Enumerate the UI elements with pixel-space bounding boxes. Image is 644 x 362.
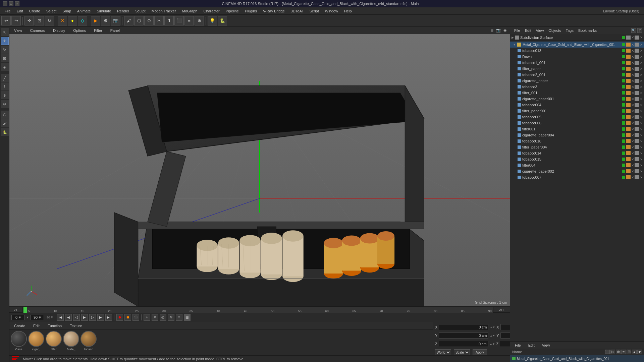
attr-view-tab[interactable]: View — [539, 343, 553, 348]
menu-plugins[interactable]: Plugins — [242, 8, 260, 14]
obj-edit-tab[interactable]: Edit — [523, 28, 533, 33]
menu-snap[interactable]: Snap — [60, 8, 74, 14]
key-add-button[interactable]: + — [144, 314, 150, 321]
scale-tool-button[interactable]: ⊡ — [35, 16, 44, 25]
attr-edit-tab[interactable]: Edit — [526, 343, 537, 348]
rotate-tool-button[interactable]: ↻ — [45, 16, 54, 25]
sidebar-mesh-tool[interactable]: ⬡ — [1, 111, 9, 119]
menu-simulate[interactable]: Simulate — [94, 8, 114, 14]
render-button[interactable]: ▶ — [91, 16, 100, 25]
obj-objects-tab[interactable]: Objects — [546, 28, 563, 33]
obj-down[interactable]: Down ✕ ✕ — [510, 54, 644, 60]
play-button[interactable]: ▶ — [81, 314, 88, 321]
menu-edit[interactable]: Edit — [14, 8, 26, 14]
obj-filter001[interactable]: filter001 ✕ ✕ — [510, 126, 644, 132]
vis[interactable] — [622, 97, 625, 101]
obj-main-vis-dot[interactable] — [622, 43, 625, 46]
name-icon-5[interactable]: ⊞ — [627, 350, 631, 354]
paint-tool[interactable]: 🖌 — [124, 16, 133, 25]
vis[interactable] — [622, 152, 625, 155]
vis[interactable] — [622, 158, 625, 161]
menu-sculpt[interactable]: Sculpt — [132, 8, 148, 14]
menu-select[interactable]: Select — [44, 8, 59, 14]
vis[interactable] — [622, 164, 625, 167]
material-item-case[interactable]: Case — [11, 331, 27, 351]
sidebar-bezier-tool[interactable]: ⌇ — [1, 82, 9, 90]
sidebar-move-tool[interactable]: ✛ — [1, 37, 9, 45]
vis[interactable] — [622, 115, 625, 119]
material-item-filter[interactable]: filter — [46, 331, 62, 351]
sidebar-python-tool[interactable]: 🐍 — [1, 128, 9, 136]
obj-tobacco014[interactable]: tobacco014 ✕ ✕ — [510, 150, 644, 156]
maximize-button[interactable]: □ — [9, 1, 13, 6]
key-select-button[interactable]: ◎ — [160, 314, 166, 321]
go-end-button[interactable]: ▶| — [105, 314, 112, 321]
sidebar-rotate-tool[interactable]: ↻ — [1, 46, 9, 54]
obj-search-icon[interactable]: 🔍 — [631, 28, 636, 33]
obj-cigarette-paper[interactable]: cigarette_paper ✕ ✕ — [510, 78, 644, 84]
extrude-tool[interactable]: ⬆ — [164, 16, 174, 25]
obj-main-x1[interactable]: ✕ — [631, 43, 634, 47]
obj-filter-001[interactable]: filter_001 ✕ ✕ — [510, 90, 644, 96]
menu-window[interactable]: Window — [322, 8, 341, 14]
obj-tobacco004[interactable]: tobacco004 ✕ ✕ — [510, 102, 644, 108]
obj-cigarette-paper004[interactable]: cigarette_paper004 ✕ ✕ — [510, 132, 644, 138]
viewport-canvas[interactable]: Perspective — [9, 34, 510, 306]
menu-3dtoall[interactable]: 3DToAll — [288, 8, 306, 14]
knife-tool[interactable]: ✂ — [154, 16, 164, 25]
vis[interactable] — [622, 176, 625, 179]
obj-view-tab[interactable]: View — [534, 28, 546, 33]
points-mode-button[interactable]: ● — [68, 16, 77, 25]
auto-key-button[interactable]: ⚫ — [132, 314, 139, 321]
vis[interactable] — [622, 139, 625, 143]
obj-filter-paper001[interactable]: filter_paper001 ✕ ✕ — [510, 108, 644, 114]
obj-cigarette-paper002[interactable]: cigarette_paper002 ✕ ✕ — [510, 168, 644, 174]
obj-tobacco3[interactable]: tobacco3 ✕ ✕ — [510, 84, 644, 90]
close-button[interactable]: × — [15, 1, 19, 6]
key-del-button[interactable]: × — [152, 314, 158, 321]
vis[interactable] — [622, 79, 625, 82]
obj-filter-paper[interactable]: filter_paper ✕ ✕ — [510, 66, 644, 72]
material-item-cigar[interactable]: cigar_ — [28, 331, 44, 351]
name-icon-4[interactable]: ≡ — [621, 350, 626, 354]
obj-tobacco2-001[interactable]: tobacco2_001 ✕ ✕ — [510, 72, 644, 78]
vis[interactable] — [622, 91, 625, 95]
vis-dot-2[interactable] — [622, 61, 625, 64]
sidebar-paint-tool[interactable]: 🖌 — [1, 119, 9, 127]
render-region-button[interactable]: 📷 — [111, 16, 120, 25]
subdivision-row[interactable]: ▶ Subdivision Surface ✕ ✕ — [510, 34, 644, 41]
vp-tab-display[interactable]: Display — [50, 28, 68, 33]
light-tool[interactable]: 💡 — [208, 16, 217, 25]
obj-tags-tab[interactable]: Tags — [564, 28, 576, 33]
mat-texture-button[interactable]: Texture — [67, 323, 85, 328]
record-button[interactable]: ⏺ — [116, 314, 123, 321]
stop-button[interactable]: ⏹ — [124, 314, 131, 321]
sidebar-spline-tool[interactable]: $ — [1, 91, 9, 99]
sidebar-pointer-tool[interactable]: ↖ — [1, 28, 9, 36]
name-icon-6[interactable]: ▲ — [632, 350, 637, 354]
move-tool-button[interactable]: ✛ — [24, 16, 34, 25]
material-item-mate[interactable]: Mate_ — [63, 331, 79, 351]
next-frame-button[interactable]: ▷ — [89, 314, 96, 321]
vp-tab-view[interactable]: View — [11, 28, 25, 33]
menu-script[interactable]: Script — [307, 8, 322, 14]
bridge-tool[interactable]: ≡ — [184, 16, 194, 25]
python-tool[interactable]: 🐍 — [218, 16, 227, 25]
obj-cigarette-paper001[interactable]: cigarette_paper001 ✕ ✕ — [510, 96, 644, 102]
viewport-maximize-icon[interactable]: ⊞ — [489, 28, 494, 33]
sidebar-scale-tool[interactable]: ⊡ — [1, 54, 9, 62]
material-item-tobacco[interactable]: tobacc — [80, 331, 97, 351]
down-vis[interactable] — [622, 55, 625, 58]
obj-main-group[interactable]: ▼ Metal_Cigarette_Case_Gold_and_Black_wi… — [510, 42, 644, 48]
menu-character[interactable]: Character — [201, 8, 222, 14]
object-mode-button[interactable]: ✕ — [58, 16, 67, 25]
vp-tab-cameras[interactable]: Cameras — [28, 28, 48, 33]
obj-filter004[interactable]: filter004 ✕ ✕ — [510, 162, 644, 168]
attr-file-tab[interactable]: File — [512, 343, 524, 348]
name-icon-1[interactable]: ⬛ — [605, 350, 610, 354]
obj-tobacco006[interactable]: tobacco006 ✕ ✕ — [510, 120, 644, 126]
obj-tobacco013[interactable]: tobacco013 ✕ ✕ — [510, 48, 644, 54]
mat-edit-button[interactable]: Edit — [31, 323, 42, 328]
obj-tobacco005[interactable]: tobacco005 ✕ ✕ — [510, 114, 644, 120]
x-pos-arrow[interactable]: ▲▼ — [490, 326, 495, 329]
